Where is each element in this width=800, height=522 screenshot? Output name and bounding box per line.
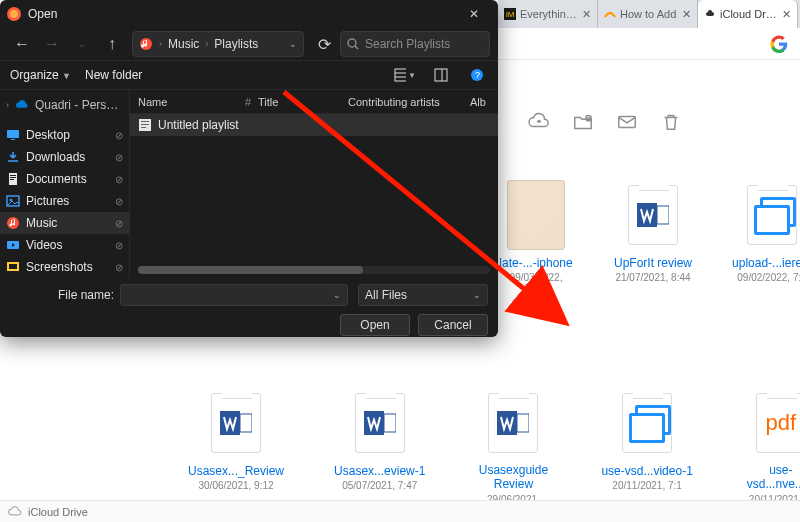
tree-item-pictures[interactable]: Pictures⊘ xyxy=(0,190,129,212)
browser-tab[interactable]: iM Everything you ✕ xyxy=(498,0,598,28)
favicon-icon: iM xyxy=(504,8,516,20)
file-date: 09/03/2022, 13:24 xyxy=(498,272,574,294)
stack-icon xyxy=(747,185,797,245)
close-icon[interactable]: ✕ xyxy=(456,0,492,28)
horizontal-scrollbar[interactable] xyxy=(138,266,490,274)
breadcrumb[interactable]: › Music › Playlists ⌄ xyxy=(132,31,304,57)
col-artist[interactable]: Contributing artists xyxy=(348,96,470,108)
file-list-body[interactable]: Untitled playlist xyxy=(130,114,498,278)
google-g-icon[interactable] xyxy=(770,35,788,53)
open-button[interactable]: Open xyxy=(340,314,410,336)
cancel-button[interactable]: Cancel xyxy=(418,314,488,336)
tree-item-videos[interactable]: Videos⊘ xyxy=(0,234,129,256)
pin-icon: ⊘ xyxy=(115,240,123,251)
doc-icon xyxy=(6,172,20,186)
chevron-right-icon: › xyxy=(6,100,9,110)
tab-label: Everything you xyxy=(520,8,577,20)
file-item[interactable]: Usasex...eview-1 05/07/2021, 7:47 xyxy=(334,388,425,516)
pin-icon: ⊘ xyxy=(115,218,123,229)
breadcrumb-item[interactable]: Playlists xyxy=(214,37,258,51)
svg-rect-24 xyxy=(10,177,16,178)
tab-close-icon[interactable]: ✕ xyxy=(781,8,791,21)
tab-close-icon[interactable]: ✕ xyxy=(681,8,691,21)
new-folder-button[interactable]: New folder xyxy=(85,68,142,82)
search-icon xyxy=(347,38,359,50)
svg-rect-20 xyxy=(7,130,19,138)
nav-recent-icon[interactable]: ⌄ xyxy=(68,30,96,58)
tree-item-screenshots[interactable]: Screenshots⊘ xyxy=(0,256,129,278)
dialog-title: Open xyxy=(28,7,57,21)
upload-icon[interactable] xyxy=(528,111,550,133)
refresh-icon[interactable]: ⟳ xyxy=(310,30,338,58)
tree-item-documents[interactable]: Documents⊘ xyxy=(0,168,129,190)
status-label: iCloud Drive xyxy=(28,506,88,518)
tab-label: How to Add xyxy=(620,8,677,20)
tab-label: iCloud Drive xyxy=(720,8,777,20)
col-title[interactable]: Title xyxy=(258,96,348,108)
icloud-row-2: Usasex..._Review 30/06/2021, 9:12 Usasex… xyxy=(0,388,800,516)
pin-icon: ⊘ xyxy=(115,152,123,163)
search-input[interactable]: Search Playlists xyxy=(340,31,490,57)
word-doc-icon xyxy=(628,185,678,245)
word-doc-icon xyxy=(488,393,538,453)
download-icon xyxy=(6,150,20,164)
screens-icon xyxy=(6,260,20,274)
svg-rect-17 xyxy=(435,69,447,81)
svg-rect-1 xyxy=(619,117,636,128)
file-row[interactable]: Untitled playlist xyxy=(130,114,498,136)
view-mode-icon[interactable]: ▼ xyxy=(394,64,416,86)
file-name: Untitled playlist xyxy=(158,118,239,132)
tree-item-music[interactable]: Music⊘ xyxy=(0,212,129,234)
tree-label: Quadri - Persona xyxy=(35,98,123,112)
file-date: 30/06/2021, 9:12 xyxy=(198,480,273,491)
tree-label: Music xyxy=(26,216,57,230)
onedrive-icon xyxy=(15,98,29,112)
file-item[interactable]: pdf use-vsd...nve... 2 20/11/2021, 7: xyxy=(743,388,800,516)
nav-forward-icon[interactable]: → xyxy=(38,30,66,58)
organize-button[interactable]: Organize ▼ xyxy=(10,68,71,82)
svg-rect-33 xyxy=(141,121,149,122)
file-name: Usasex..._Review xyxy=(188,464,284,478)
music-icon xyxy=(6,216,20,230)
column-headers: Name # Title Contributing artists Alb xyxy=(130,90,498,114)
tree-label: Downloads xyxy=(26,150,85,164)
col-album[interactable]: Alb xyxy=(470,96,498,108)
tree-item-downloads[interactable]: Downloads⊘ xyxy=(0,146,129,168)
preview-pane-icon[interactable] xyxy=(430,64,452,86)
tree-account[interactable]: › Quadri - Persona xyxy=(0,94,129,116)
col-hash[interactable]: # xyxy=(238,96,258,108)
col-name[interactable]: Name xyxy=(138,96,238,108)
new-folder-icon[interactable] xyxy=(572,111,594,133)
file-item[interactable]: use-vsd...video-1 20/11/2021, 7:1 xyxy=(601,388,692,516)
playlist-file-icon xyxy=(138,118,152,132)
file-item[interactable]: Usasexguide Review 29/06/2021, 10:47 xyxy=(475,388,551,516)
pdf-doc-icon: pdf xyxy=(756,393,800,453)
trash-icon[interactable] xyxy=(660,111,682,133)
breadcrumb-item[interactable]: Music xyxy=(168,37,199,51)
tree-item-desktop[interactable]: Desktop⊘ xyxy=(0,124,129,146)
chevron-down-icon: ⌄ xyxy=(473,290,481,300)
file-item[interactable]: UpForIt review 21/07/2021, 8:44 xyxy=(614,180,692,294)
filename-input[interactable]: ⌄ xyxy=(120,284,348,306)
file-item[interactable]: upload-...iere... 09/02/2022, 7:5 xyxy=(732,180,800,294)
file-date: 21/07/2021, 8:44 xyxy=(615,272,690,283)
pin-icon: ⊘ xyxy=(115,262,123,273)
browser-tab-active[interactable]: iCloud Drive ✕ xyxy=(698,0,798,28)
open-file-dialog: Open ✕ ← → ⌄ ↑ › Music › Playlists ⌄ ⟳ S… xyxy=(0,0,498,337)
svg-rect-16 xyxy=(395,69,406,81)
file-date: 09/02/2022, 7:5 xyxy=(737,272,800,283)
filetype-filter[interactable]: All Files⌄ xyxy=(358,284,488,306)
pin-icon: ⊘ xyxy=(115,174,123,185)
file-item[interactable]: Usasex..._Review 30/06/2021, 9:12 xyxy=(188,388,284,516)
file-name: Usasex...eview-1 xyxy=(334,464,425,478)
browser-tab[interactable]: How to Add ✕ xyxy=(598,0,698,28)
file-item[interactable]: late-...-iphone 09/03/2022, 13:24 xyxy=(498,180,574,294)
nav-up-icon[interactable]: ↑ xyxy=(98,30,126,58)
chevron-down-icon[interactable]: ⌄ xyxy=(289,39,297,49)
help-icon[interactable]: ? xyxy=(466,64,488,86)
tab-close-icon[interactable]: ✕ xyxy=(581,8,591,21)
mail-icon[interactable] xyxy=(616,111,638,133)
nav-back-icon[interactable]: ← xyxy=(8,30,36,58)
svg-rect-23 xyxy=(10,175,16,176)
chevron-down-icon: ⌄ xyxy=(333,290,341,300)
